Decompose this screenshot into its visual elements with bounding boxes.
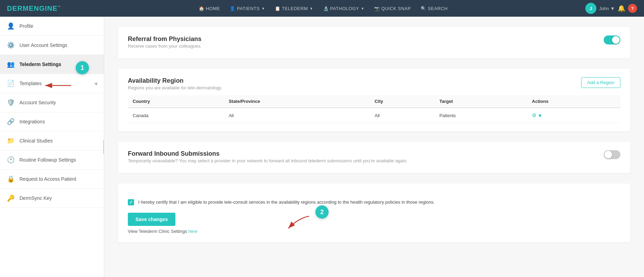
checkmark-icon: ✓	[129, 200, 133, 205]
view-clinic-static: View Telederm Clinic Settings	[128, 229, 188, 234]
col-city: City	[370, 95, 435, 108]
cell-state: All	[224, 108, 370, 123]
table-row: Canada All All Patients ⚙ ▼	[128, 108, 620, 123]
forward-toggle[interactable]	[604, 150, 620, 159]
view-clinic-link[interactable]: here	[188, 229, 197, 234]
topnav: DERMENGINE™ 🏠 HOME 👤 PATIENTS ▼ 📋 TELEDE…	[0, 0, 644, 17]
telederm-settings-icon: 👥	[7, 60, 15, 68]
sidebar-label-account-security: Account Security	[19, 100, 97, 105]
certify-checkbox-row: ✓ I hereby certify that I am eligible to…	[128, 199, 620, 206]
request-access-icon: 🔒	[7, 175, 15, 183]
nav-telederm[interactable]: 📋 TELEDERM ▼	[271, 4, 317, 13]
topnav-right: J John ▼ 🔔 ?	[585, 3, 637, 14]
table-body: Canada All All Patients ⚙ ▼	[128, 108, 620, 123]
sidebar-item-profile[interactable]: 👤 Profile	[0, 17, 104, 36]
logo-engine: ENGINE	[29, 5, 58, 12]
col-target: Target	[435, 95, 527, 108]
availability-section: Availability Region Regions you are avai…	[118, 69, 630, 131]
sidebar-item-templates[interactable]: 📄 Templates ◀	[0, 74, 104, 93]
sidebar-label-request-access: Request to Access Patient	[19, 176, 97, 182]
referral-header: Referral from Physicians Receive cases f…	[128, 35, 620, 49]
notifications-bell[interactable]: 🔔	[618, 5, 625, 12]
nav-quicksnap[interactable]: 📷 QUICK SNAP	[370, 4, 415, 13]
sidebar-item-request-access[interactable]: 🔒 Request to Access Patient	[0, 170, 104, 189]
sidebar-item-routine-followup[interactable]: 🕐 Routine Followup Settings	[0, 150, 104, 170]
cell-city: All	[370, 108, 435, 123]
availability-title: Availability Region	[128, 77, 222, 84]
patients-caret: ▼	[262, 7, 265, 10]
settings-icon: ⚙️	[7, 41, 15, 49]
referral-section: Referral from Physicians Receive cases f…	[118, 27, 630, 58]
sidebar-item-user-account-settings[interactable]: ⚙️ User Account Settings	[0, 36, 104, 55]
sidebar-label-integrations: Integrations	[19, 119, 97, 124]
table-head: Country State/Province City Target Actio…	[128, 95, 620, 108]
sidebar-item-clinical-studies[interactable]: 📁 Clinical Studies	[0, 131, 104, 150]
availability-desc: Regions you are available for tele-derma…	[128, 85, 222, 90]
save-changes-button[interactable]: Save changes	[128, 213, 175, 226]
forward-header: Forward Inbound Submissions Temporarily …	[128, 150, 620, 163]
referral-text: Referral from Physicians Receive cases f…	[128, 35, 201, 49]
availability-header: Availability Region Regions you are avai…	[128, 77, 620, 90]
view-clinic-text: View Telederm Clinic Settings here	[128, 229, 620, 234]
cell-actions[interactable]: ⚙ ▼	[527, 108, 620, 123]
forward-toggle-knob	[604, 151, 612, 158]
sidebar-label-dermsync-key: DermSync Key	[19, 195, 97, 201]
forward-text: Forward Inbound Submissions Temporarily …	[128, 150, 407, 163]
dermsync-key-icon: 🔑	[7, 194, 15, 202]
col-actions: Actions	[527, 95, 620, 108]
certify-section: ✓ I hereby certify that I am eligible to…	[118, 184, 630, 242]
logo: DERMENGINE™	[7, 5, 61, 13]
referral-toggle[interactable]	[604, 35, 620, 44]
gear-caret: ▼	[537, 113, 543, 119]
availability-region-table: Country State/Province City Target Actio…	[128, 95, 620, 123]
cell-target: Patients	[435, 108, 527, 123]
user-name: John	[599, 6, 609, 11]
annotation-badge-1: 1	[76, 61, 89, 74]
sidebar-item-account-security[interactable]: 🛡️ Account Security	[0, 93, 104, 112]
sidebar-label-templates: Templates	[19, 81, 89, 86]
certify-checkbox[interactable]: ✓	[128, 199, 134, 205]
user-menu[interactable]: John ▼	[599, 6, 615, 11]
add-region-button[interactable]: Add a Region	[581, 77, 620, 88]
help-button[interactable]: ?	[628, 4, 637, 13]
logo-derm: DERM	[7, 5, 29, 12]
templates-caret: ◀	[94, 81, 97, 86]
sidebar-label-profile: Profile	[19, 23, 97, 29]
certify-label: I hereby certify that I am eligible to p…	[138, 199, 435, 206]
user-caret: ▼	[610, 6, 615, 11]
sidebar-label-user-account-settings: User Account Settings	[19, 42, 97, 48]
referral-toggle-knob	[612, 36, 620, 44]
account-security-icon: 🛡️	[7, 99, 15, 106]
cell-country: Canada	[128, 108, 224, 123]
templates-icon: 📄	[7, 80, 15, 87]
nav-home[interactable]: 🏠 HOME	[195, 4, 224, 13]
sidebar-item-telederm-settings[interactable]: 👥 Telederm Settings	[0, 55, 104, 74]
main-content: Referral from Physicians Receive cases f…	[104, 17, 644, 277]
logo-tm: ™	[58, 5, 61, 9]
sidebar-item-dermsync-key[interactable]: 🔑 DermSync Key	[0, 189, 104, 208]
forward-desc: Temporarily unavailable? You may select …	[128, 158, 407, 163]
nav-pathology[interactable]: 🔬 PATHOLOGY ▼	[319, 4, 369, 13]
profile-icon: 👤	[7, 22, 15, 30]
clinical-studies-icon: 📁	[7, 137, 15, 145]
sidebar: 👤 Profile ⚙️ User Account Settings 👥 Tel…	[0, 17, 104, 277]
referral-desc: Receive cases from your colleagues.	[128, 43, 201, 49]
forward-section: Forward Inbound Submissions Temporarily …	[118, 142, 630, 173]
table-header-row: Country State/Province City Target Actio…	[128, 95, 620, 108]
sidebar-item-integrations[interactable]: 🔗 Integrations	[0, 112, 104, 131]
nav-search[interactable]: 🔍 SEARCH	[416, 4, 452, 13]
user-avatar: J	[585, 3, 596, 14]
sidebar-label-clinical-studies: Clinical Studies	[19, 138, 97, 144]
col-state: State/Province	[224, 95, 370, 108]
forward-title: Forward Inbound Submissions	[128, 150, 407, 157]
main-layout: 👤 Profile ⚙️ User Account Settings 👥 Tel…	[0, 17, 644, 277]
pathology-caret: ▼	[361, 7, 364, 10]
col-country: Country	[128, 95, 224, 108]
topnav-menu: 🏠 HOME 👤 PATIENTS ▼ 📋 TELEDERM ▼ 🔬 PATHO…	[195, 4, 452, 13]
row-actions-gear[interactable]: ⚙ ▼	[532, 112, 616, 119]
integrations-icon: 🔗	[7, 118, 15, 125]
routine-followup-icon: 🕐	[7, 156, 15, 164]
telederm-caret: ▼	[309, 7, 313, 10]
availability-text: Availability Region Regions you are avai…	[128, 77, 222, 90]
nav-patients[interactable]: 👤 PATIENTS ▼	[225, 4, 269, 13]
